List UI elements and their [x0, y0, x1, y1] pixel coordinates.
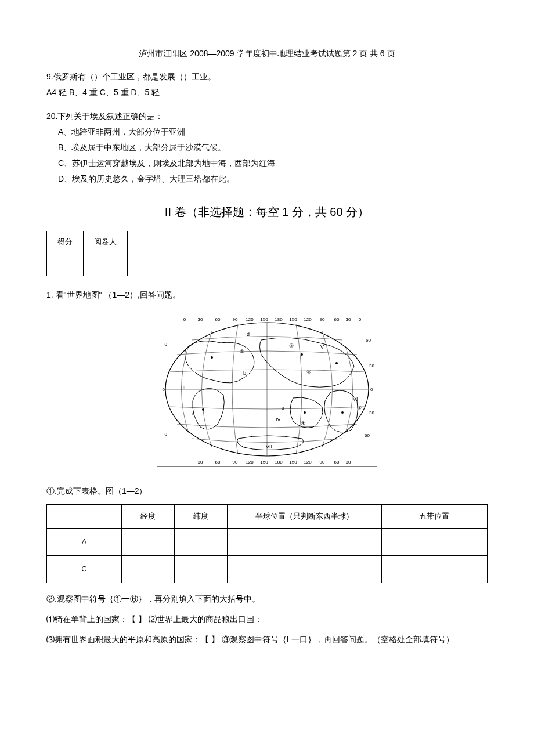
world-map-icon: 0 30 60 90 120 150 180 150 120 90 60 30 …: [157, 314, 377, 468]
table-row: 经度 纬度 半球位置（只判断东西半球） 五带位置: [47, 505, 488, 528]
svg-text:III: III: [181, 385, 186, 390]
svg-text:③: ③: [306, 369, 311, 375]
world-map-figure: 0 30 60 90 120 150 180 150 120 90 60 30 …: [46, 314, 488, 472]
page-header: 泸州市江阳区 2008—2009 学年度初中地理结业考试试题第 2 页 共 6 …: [46, 46, 488, 61]
svg-point-37: [202, 408, 204, 411]
svg-text:120: 120: [246, 460, 254, 465]
score-header-grader: 阅卷人: [84, 231, 128, 252]
svg-text:30: 30: [198, 460, 203, 465]
svg-text:d: d: [247, 331, 250, 337]
svg-text:0: 0: [183, 317, 186, 322]
svg-text:120: 120: [246, 317, 254, 322]
row-c-label: C: [47, 555, 122, 583]
svg-text:120: 120: [304, 460, 312, 465]
score-cell[interactable]: [47, 252, 84, 276]
q2-1-sub1: ①.完成下表格。图（1—2）: [46, 484, 488, 498]
row-a-lat[interactable]: [175, 528, 228, 555]
q9-options: A4 轻 B、4 重 C、5 重 D、5 轻: [46, 85, 488, 100]
coord-h0: [47, 505, 122, 528]
q20-opt-a: A、地跨亚非两州，大部分位于亚洲: [58, 125, 488, 139]
svg-text:②: ②: [289, 343, 294, 349]
svg-text:c: c: [192, 411, 194, 417]
score-header-score: 得分: [47, 231, 84, 252]
svg-text:180: 180: [275, 460, 283, 465]
row-a-lon[interactable]: [122, 528, 175, 555]
row-c-lon[interactable]: [122, 555, 175, 583]
q2-1-stem: 1. 看"世界地图" （1—2）,回答问题。: [46, 288, 488, 302]
svg-point-39: [341, 411, 344, 414]
coord-h4: 五带位置: [381, 505, 487, 528]
q20-opt-c: C、苏伊士运河穿越埃及，则埃及北部为地中海，西部为红海: [58, 156, 488, 171]
svg-text:0: 0: [165, 342, 168, 347]
svg-text:120: 120: [304, 317, 312, 322]
svg-text:30: 30: [369, 410, 374, 415]
row-a-hemi[interactable]: [228, 528, 382, 555]
grader-cell[interactable]: [84, 252, 128, 276]
section-ii-title: II 卷（非选择题：每空 1 分，共 60 分）: [46, 201, 488, 222]
row-a-zone[interactable]: [381, 528, 487, 555]
svg-text:150: 150: [260, 460, 268, 465]
table-row: C: [47, 555, 488, 583]
svg-text:①: ①: [240, 349, 244, 355]
svg-text:150: 150: [260, 317, 268, 322]
q2-1-sub2: ②.观察图中符号｛①一⑥｝，再分别填入下面的大括号中。: [46, 592, 488, 606]
svg-point-36: [335, 362, 338, 364]
svg-text:60: 60: [334, 317, 340, 322]
svg-text:60: 60: [365, 433, 370, 438]
row-c-hemi[interactable]: [228, 555, 382, 583]
svg-text:90: 90: [320, 317, 325, 322]
svg-text:VII: VII: [266, 444, 272, 450]
svg-point-35: [301, 353, 303, 356]
table-row: A: [47, 528, 488, 555]
svg-text:60: 60: [215, 317, 221, 322]
svg-point-34: [211, 356, 213, 359]
svg-text:a: a: [282, 405, 284, 411]
svg-text:180: 180: [275, 317, 283, 322]
svg-text:60: 60: [215, 460, 221, 465]
svg-text:30: 30: [198, 317, 203, 322]
coord-table: 经度 纬度 半球位置（只判断东西半球） 五带位置 A C: [46, 504, 488, 583]
svg-text:⑤: ⑤: [357, 405, 362, 411]
q20-stem: 20.下列关于埃及叙述正确的是：: [46, 109, 488, 124]
svg-text:30: 30: [369, 363, 374, 368]
svg-text:b: b: [243, 370, 246, 376]
coord-h1: 经度: [122, 505, 175, 528]
svg-text:90: 90: [233, 317, 238, 322]
svg-text:90: 90: [320, 460, 325, 465]
q20-opt-b: B、埃及属于中东地区，大部分属于沙漠气候。: [58, 140, 488, 155]
svg-text:V: V: [320, 344, 324, 350]
table-row: 得分 阅卷人: [47, 231, 128, 252]
svg-text:150: 150: [289, 317, 297, 322]
svg-text:0: 0: [163, 387, 165, 392]
q2-1-line2: ⑶拥有世界面积最大的平原和高原的国家：【 】 ③观察图中符号｛I 一口｝，再回答…: [46, 632, 488, 647]
svg-text:90: 90: [233, 460, 238, 465]
table-row: [47, 252, 128, 276]
q2-1-line1: ⑴骑在羊背上的国家：【 】 ⑵世界上最大的商品粮出口国：: [46, 612, 488, 627]
svg-text:0: 0: [165, 432, 168, 437]
row-c-lat[interactable]: [175, 555, 228, 583]
svg-text:0: 0: [370, 387, 373, 392]
row-a-label: A: [47, 528, 122, 555]
svg-text:150: 150: [289, 460, 297, 465]
row-c-zone[interactable]: [381, 555, 487, 583]
svg-text:60: 60: [366, 338, 371, 343]
svg-text:VI: VI: [353, 396, 358, 402]
coord-h2: 纬度: [175, 505, 228, 528]
svg-text:0: 0: [359, 317, 362, 322]
svg-text:IV: IV: [276, 417, 281, 422]
coord-h3: 半球位置（只判断东西半球）: [228, 505, 382, 528]
svg-text:30: 30: [346, 317, 351, 322]
svg-text:60: 60: [334, 460, 340, 465]
svg-text:30: 30: [346, 460, 351, 465]
score-table: 得分 阅卷人: [46, 231, 128, 276]
q9-stem: 9.俄罗斯有（）个工业区，都是发展（）工业。: [46, 70, 488, 84]
svg-point-38: [304, 411, 306, 414]
svg-text:④: ④: [301, 421, 305, 426]
q20-opt-d: D、埃及的历史悠久，金字塔、大理三塔都在此。: [58, 172, 488, 186]
